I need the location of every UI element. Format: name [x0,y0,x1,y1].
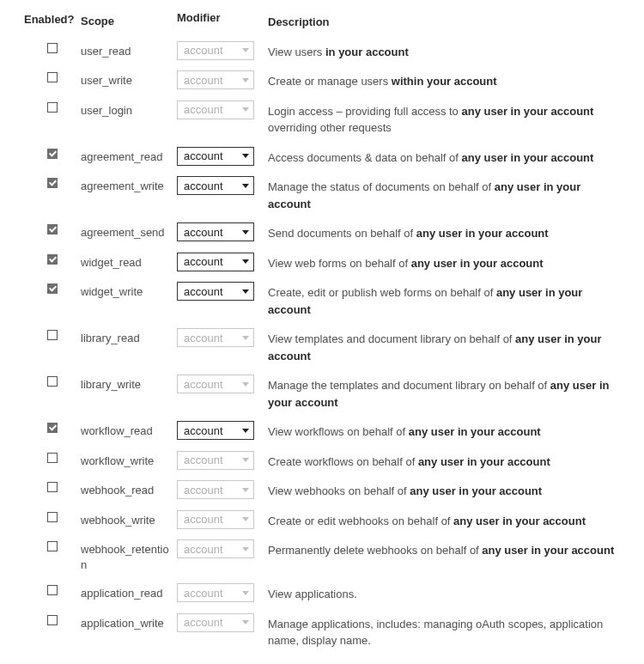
enabled-cell [24,451,81,463]
scope-cell: workflow_read [81,421,177,439]
modifier-select: account [177,451,254,470]
description-bold: any user in your account [461,105,593,118]
header-enabled: Enabled? [24,11,81,26]
modifier-select-value: account [184,255,223,268]
modifier-cell: account [177,539,268,558]
modifier-cell: account [177,510,268,529]
modifier-select: account [177,41,254,60]
table-row: library_readaccountView templates and do… [24,323,620,369]
enabled-checkbox[interactable] [47,254,58,265]
enabled-checkbox[interactable] [47,541,58,551]
modifier-cell: account [177,147,268,166]
enabled-checkbox[interactable] [47,482,58,492]
scope-cell: agreement_read [81,147,177,165]
enabled-cell [24,421,81,433]
description-cell: View web forms on behalf of any user in … [268,253,620,272]
enabled-cell [24,375,81,387]
enabled-cell [24,613,81,625]
enabled-checkbox[interactable] [47,453,58,463]
enabled-cell [24,328,81,340]
description-text: Create, edit or publish web forms on beh… [268,286,496,299]
modifier-select: account [177,101,254,119]
modifier-cell: account [177,253,268,271]
modifier-select-value: account [184,424,223,437]
enabled-checkbox[interactable] [47,423,58,433]
description-cell: Permanently delete webhooks on behalf of… [268,539,620,559]
modifier-select[interactable]: account [177,176,254,195]
table-row: webhook_retentionaccountPermanently dele… [24,534,620,578]
description-bold: any user in your account [461,151,593,164]
table-row: widget_writeaccountCreate, edit or publi… [24,277,620,323]
description-cell: Manage the templates and document librar… [268,375,620,411]
modifier-select-value: account [184,332,223,344]
table-row: user_readaccountView users in your accou… [24,36,620,66]
modifier-select[interactable]: account [177,421,254,440]
modifier-select-value: account [184,285,223,298]
enabled-cell [24,222,81,235]
modifier-cell: account [177,480,268,499]
chevron-down-icon [242,547,249,551]
modifier-select[interactable]: account [177,282,254,301]
enabled-cell [24,70,81,82]
scope-cell: user_write [81,70,177,88]
modifier-select-value: account [184,378,223,391]
table-row: workflow_readaccountView workflows on be… [24,416,620,446]
enabled-cell [24,101,81,113]
description-cell: View webhooks on behalf of any user in y… [268,480,620,500]
modifier-select-value: account [184,543,223,556]
header-modifier: Modifier [177,11,268,24]
enabled-checkbox[interactable] [47,178,58,188]
description-bold: any user in your account [411,257,544,270]
scope-cell: application_write [81,613,177,631]
header-scope: Scope [81,11,177,29]
description-text: Manage the status of documents on behalf… [268,180,495,193]
enabled-checkbox[interactable] [47,224,58,235]
description-bold: any user in your account [410,484,542,497]
modifier-select: account [177,613,254,632]
enabled-cell [24,41,81,53]
description-text: Permanently delete webhooks on behalf of [268,544,482,557]
enabled-checkbox[interactable] [47,283,58,294]
scope-cell: webhook_write [81,510,177,528]
description-text: Manage applications, includes: managing … [268,618,603,648]
modifier-select: account [177,70,254,89]
description-cell: Manage applications, includes: managing … [268,613,620,649]
scope-cell: application_read [81,583,177,601]
modifier-cell: account [177,421,268,440]
modifier-cell: account [177,41,268,60]
scope-cell: user_login [81,101,177,119]
description-cell: Send documents on behalf of any user in … [268,222,620,242]
modifier-select: account [177,375,254,393]
description-text: Access documents & data on behalf of [268,151,461,164]
enabled-checkbox[interactable] [47,512,58,522]
description-cell: Manage the status of documents on behalf… [268,176,620,212]
enabled-cell [24,176,81,188]
description-text: View web forms on behalf of [268,257,411,270]
modifier-cell: account [177,282,268,301]
modifier-select-value: account [184,103,223,116]
modifier-select[interactable]: account [177,222,254,241]
enabled-checkbox[interactable] [47,43,58,53]
chevron-down-icon [242,620,249,624]
enabled-checkbox[interactable] [47,376,58,387]
modifier-select[interactable]: account [177,147,254,166]
scope-cell: webhook_read [81,480,177,498]
scope-cell: widget_read [81,253,177,271]
modifier-select: account [177,328,254,347]
modifier-select[interactable]: account [177,253,254,271]
scope-cell: library_write [81,375,177,393]
header-description: Description [268,11,620,31]
enabled-checkbox[interactable] [47,615,58,625]
enabled-checkbox[interactable] [47,330,58,340]
description-cell: Access documents & data on behalf of any… [268,147,620,167]
table-row: user_loginaccountLogin access – providin… [24,95,620,142]
enabled-checkbox[interactable] [47,585,58,595]
table-row: application_readaccountView applications… [24,578,620,608]
chevron-down-icon [242,429,249,433]
scope-cell: widget_write [81,282,177,300]
enabled-checkbox[interactable] [47,72,58,82]
description-text: Login access – providing full access to [268,105,461,118]
table-row: agreement_writeaccountManage the status … [24,171,620,217]
enabled-checkbox[interactable] [47,102,58,113]
enabled-checkbox[interactable] [47,149,58,159]
